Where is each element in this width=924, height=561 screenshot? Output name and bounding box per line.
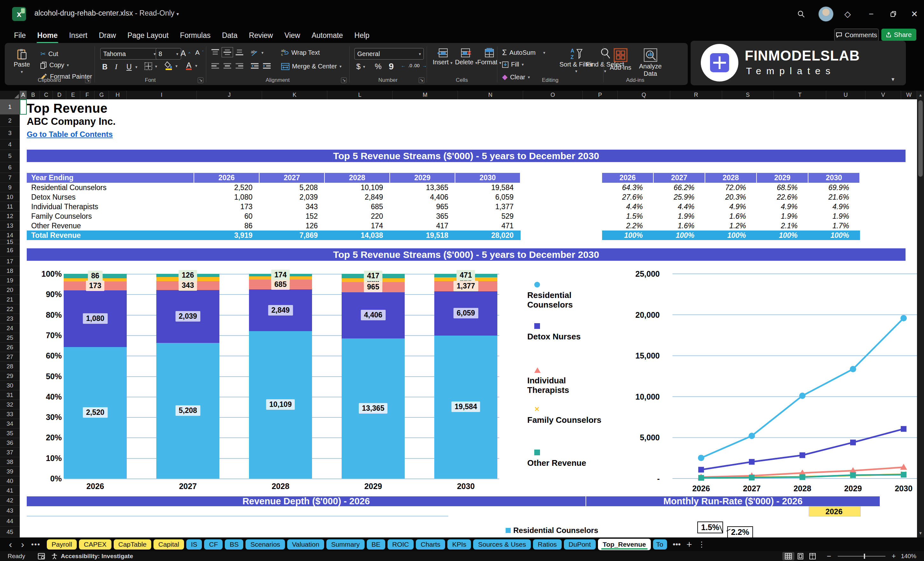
paste-button[interactable]: Paste▾ (14, 49, 30, 74)
row-header-38[interactable]: 38 (0, 457, 20, 467)
row-header-16[interactable]: 16 (0, 244, 20, 256)
column-header-H[interactable]: H (109, 91, 127, 99)
menu-tab-automate[interactable]: Automate (306, 29, 349, 42)
tabs-overflow-icon[interactable]: ••• (673, 540, 681, 549)
font-size-select[interactable]: 8▾ (156, 48, 181, 60)
row-header-10[interactable]: 10 (0, 192, 20, 202)
percent-button[interactable]: % (375, 62, 381, 71)
menu-tab-data[interactable]: Data (216, 29, 243, 42)
row-header-33[interactable]: 33 (0, 410, 20, 419)
run-rate-year-cell[interactable]: 2026 (809, 507, 861, 516)
italic-button[interactable]: I (115, 63, 117, 71)
sheet-tab-to[interactable]: To (653, 539, 667, 549)
tabs-scroll-right-icon[interactable]: › (21, 540, 24, 549)
zoom-out-icon[interactable]: − (827, 552, 831, 561)
menu-tab-home[interactable]: Home (32, 29, 63, 42)
column-header-P[interactable]: P (583, 91, 618, 99)
vertical-scroll-thumb[interactable] (918, 100, 923, 177)
row-header-36[interactable]: 36 (0, 438, 20, 448)
row-header-18[interactable]: 18 (0, 266, 20, 276)
clipboard-dialog-launcher[interactable]: ↘ (85, 77, 91, 83)
sheet-tab-bs[interactable]: BS (225, 539, 243, 549)
column-header-T[interactable]: T (774, 91, 826, 99)
sheet-tab-scenarios[interactable]: Scenarios (246, 539, 285, 549)
zoom-slider[interactable] (838, 556, 885, 556)
column-header-I[interactable]: I (127, 91, 197, 99)
row-header-26[interactable]: 26 (0, 343, 20, 352)
column-header-D[interactable]: D (53, 91, 66, 99)
sheet-tab-payroll[interactable]: Payroll (47, 539, 77, 549)
decrease-decimal-button[interactable]: .00→ (413, 63, 427, 68)
cut-button[interactable]: ✂Cut (40, 50, 58, 58)
merge-center-button[interactable]: Merge & Center▾ (281, 63, 342, 70)
menu-tab-review[interactable]: Review (243, 29, 279, 42)
row-header-32[interactable]: 32 (0, 400, 20, 410)
sheet-tab-kpis[interactable]: KPIs (447, 539, 471, 549)
row-header-21[interactable]: 21 (0, 295, 20, 304)
normal-view-button[interactable] (782, 552, 794, 560)
row-header-6[interactable]: 6 (0, 162, 20, 173)
macro-record-icon[interactable] (38, 553, 45, 560)
row-header-20[interactable]: 20 (0, 285, 20, 295)
row-header-39[interactable]: 39 (0, 467, 20, 476)
menu-tab-formulas[interactable]: Formulas (174, 29, 216, 42)
row-header-22[interactable]: 22 (0, 304, 20, 314)
vertical-align-buttons[interactable] (211, 49, 244, 56)
column-header-Q[interactable]: Q (618, 91, 670, 99)
underline-dropdown[interactable]: ▾ (135, 64, 138, 69)
row-header-43[interactable]: 43 (0, 506, 20, 516)
scroll-down-icon[interactable]: ▼ (917, 531, 924, 536)
menu-tab-page-layout[interactable]: Page Layout (122, 29, 174, 42)
row-headers[interactable]: 1234567910111213141516171819202122232425… (0, 99, 20, 537)
column-header-A[interactable]: A (20, 91, 27, 99)
tabs-scroll-left-icon[interactable]: ‹ (9, 540, 12, 549)
font-dialog-launcher[interactable]: ↘ (198, 77, 204, 83)
sheet-tab-summary[interactable]: Summary (326, 539, 364, 549)
row-header-35[interactable]: 35 (0, 429, 20, 438)
add-sheet-icon[interactable]: + (687, 539, 692, 550)
increase-font-button[interactable]: A^ (180, 49, 190, 58)
menu-tab-file[interactable]: File (8, 29, 32, 42)
row-header-37[interactable]: 37 (0, 448, 20, 457)
number-format-select[interactable]: General▾ (354, 48, 424, 60)
row-header-34[interactable]: 34 (0, 419, 20, 429)
column-header-S[interactable]: S (722, 91, 774, 99)
copy-button[interactable]: Copy▾ (40, 62, 69, 69)
format-cells-button[interactable]: Format ▾ (477, 48, 501, 66)
row-header-44[interactable]: 44 (0, 516, 20, 526)
accessibility-status[interactable]: Accessibility: Investigate (61, 553, 133, 560)
sheet-tab-ratios[interactable]: Ratios (533, 539, 562, 549)
avatar[interactable] (818, 6, 834, 22)
sheet-tab-valuation[interactable]: Valuation (287, 539, 324, 549)
insert-cells-button[interactable]: Insert ▾ (433, 48, 453, 66)
font-name-select[interactable]: Tahoma▾ (100, 48, 159, 60)
tabs-more-icon[interactable]: ••• (31, 540, 40, 549)
increase-decimal-button[interactable]: ←.0 (401, 63, 412, 68)
row-header-41[interactable]: 41 (0, 486, 20, 496)
sheet-tab-sources-uses[interactable]: Sources & Uses (473, 539, 531, 549)
column-header-L[interactable]: L (327, 91, 393, 99)
vertical-scrollbar[interactable]: ▲ ▼ (917, 91, 924, 537)
column-header-U[interactable]: U (826, 91, 866, 99)
column-header-M[interactable]: M (393, 91, 458, 99)
row-header-40[interactable]: 40 (0, 476, 20, 486)
sheet-tab-is[interactable]: IS (186, 539, 202, 549)
column-header-R[interactable]: R (670, 91, 722, 99)
indent-buttons[interactable] (250, 63, 271, 70)
premium-diamond-icon[interactable]: ◇ (841, 8, 854, 20)
analyze-data-button[interactable]: AnalyzeData (639, 48, 662, 77)
row-header-29[interactable]: 29 (0, 371, 20, 381)
row-header-5[interactable]: 5 (0, 150, 20, 162)
row-header-42[interactable]: 42 (0, 496, 20, 506)
number-dialog-launcher[interactable]: ↘ (419, 77, 424, 83)
column-headers[interactable]: ABCDEFGHIJKLMNOPQRSTUVW (20, 91, 917, 99)
row-header-17[interactable]: 17 (0, 256, 20, 266)
comments-button[interactable]: Comments (834, 28, 879, 41)
row-header-3[interactable]: 3 (0, 127, 20, 140)
row-header-12[interactable]: 12 (0, 212, 20, 221)
menu-tab-view[interactable]: View (279, 29, 306, 42)
autosum-button[interactable]: ΣAutoSum▾ (502, 48, 545, 57)
row-header-25[interactable]: 25 (0, 333, 20, 343)
zoom-in-icon[interactable]: + (892, 552, 896, 560)
font-color-button[interactable]: A ▾ (185, 61, 197, 70)
